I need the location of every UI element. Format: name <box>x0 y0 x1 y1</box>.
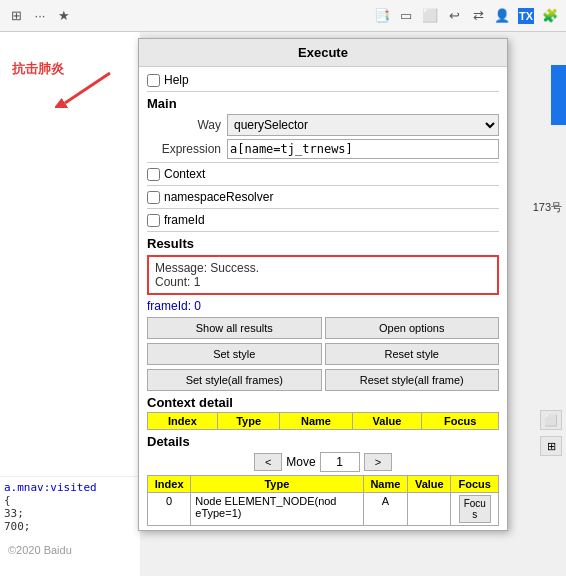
main-section-label: Main <box>147 96 499 111</box>
move-forward-button[interactable]: > <box>364 453 392 471</box>
context-col-index: Index <box>148 413 218 430</box>
namespace-resolver-label: namespaceResolver <box>164 190 273 204</box>
reset-style-all-button[interactable]: Reset style(all frame) <box>325 369 500 391</box>
divider-3 <box>147 185 499 186</box>
browser-toolbar: ⊞ ··· ★ 📑 ▭ ⬜ ↩ ⇄ 👤 TX 🧩 <box>0 0 566 32</box>
tab-icon[interactable]: ⬜ <box>422 8 438 24</box>
frameid-checkbox[interactable] <box>147 214 160 227</box>
way-label: Way <box>147 118 227 132</box>
details-cell-type: Node ELEMENT_NODE(nodeType=1) <box>191 493 363 526</box>
expression-label: Expression <box>147 142 227 156</box>
details-cell-index: 0 <box>148 493 191 526</box>
tx-icon[interactable]: TX <box>518 8 534 24</box>
bookmark-icon[interactable]: 📑 <box>374 8 390 24</box>
context-col-name: Name <box>280 413 352 430</box>
move-label: Move <box>286 455 315 469</box>
set-style-all-button[interactable]: Set style(all frames) <box>147 369 322 391</box>
open-options-button[interactable]: Open options <box>325 317 500 339</box>
details-col-name: Name <box>363 476 408 493</box>
results-message: Message: Success. <box>155 261 491 275</box>
table-row: 0 Node ELEMENT_NODE(nodeType=1) A Focus <box>148 493 499 526</box>
right-blue-bar <box>551 65 566 125</box>
namespace-resolver-checkbox[interactable] <box>147 191 160 204</box>
code-line-1: a.mnav:visited <box>4 481 97 494</box>
details-col-focus: Focus <box>451 476 499 493</box>
context-col-type: Type <box>217 413 280 430</box>
expression-input[interactable] <box>227 139 499 159</box>
reading-icon[interactable]: ▭ <box>398 8 414 24</box>
way-row: Way querySelectorquerySelectorAllxpath <box>147 114 499 136</box>
context-label: Context <box>164 167 205 181</box>
star-icon[interactable]: ★ <box>56 8 72 24</box>
grid-icon[interactable]: ⊞ <box>8 8 24 24</box>
svg-line-1 <box>65 73 110 103</box>
code-line-3: 33; <box>4 507 24 520</box>
help-row: Help <box>147 71 499 89</box>
dialog-body: Help Main Way querySelectorquerySelector… <box>139 67 507 530</box>
details-label: Details <box>147 434 499 449</box>
right-icon-1[interactable]: ⬜ <box>540 410 562 430</box>
namespace-resolver-row: namespaceResolver <box>147 188 499 206</box>
execute-dialog: Execute Help Main Way querySelectorquery… <box>138 38 508 531</box>
button-grid-2: Set style Reset style <box>147 343 499 365</box>
context-checkbox[interactable] <box>147 168 160 181</box>
copyright-text: ©2020 Baidu <box>8 544 72 556</box>
more-icon[interactable]: ··· <box>32 8 48 24</box>
red-arrow-icon <box>55 68 115 108</box>
code-line-2: { <box>4 494 11 507</box>
expression-row: Expression <box>147 139 499 159</box>
back-icon[interactable]: ↩ <box>446 8 462 24</box>
help-label: Help <box>164 73 189 87</box>
divider-5 <box>147 231 499 232</box>
context-col-focus: Focus <box>422 413 499 430</box>
button-grid-1: Show all results Open options <box>147 317 499 339</box>
show-all-results-button[interactable]: Show all results <box>147 317 322 339</box>
results-box: Message: Success. Count: 1 <box>147 255 499 295</box>
extension-icon[interactable]: 🧩 <box>542 8 558 24</box>
profile-icon[interactable]: 👤 <box>494 8 510 24</box>
frameid-value: frameId: 0 <box>147 299 499 313</box>
forward-icon[interactable]: ⇄ <box>470 8 486 24</box>
context-col-value: Value <box>352 413 422 430</box>
right-icons-panel: ⬜ ⊞ <box>540 410 562 456</box>
context-detail-table: Index Type Name Value Focus <box>147 412 499 430</box>
results-section-label: Results <box>147 236 499 251</box>
move-input[interactable] <box>320 452 360 472</box>
code-line-4: 700; <box>4 520 31 533</box>
right-page-number: 173号 <box>533 200 562 215</box>
divider-4 <box>147 208 499 209</box>
context-row: Context <box>147 165 499 183</box>
right-icon-2[interactable]: ⊞ <box>540 436 562 456</box>
details-cell-name: A <box>363 493 408 526</box>
divider-2 <box>147 162 499 163</box>
reset-style-button[interactable]: Reset style <box>325 343 500 365</box>
frameid-label: frameId <box>164 213 205 227</box>
way-select[interactable]: querySelectorquerySelectorAllxpath <box>227 114 499 136</box>
focus-button[interactable]: Focus <box>459 495 491 523</box>
details-cell-focus: Focus <box>451 493 499 526</box>
button-grid-3: Set style(all frames) Reset style(all fr… <box>147 369 499 391</box>
details-col-value: Value <box>408 476 451 493</box>
details-cell-value <box>408 493 451 526</box>
help-checkbox[interactable] <box>147 74 160 87</box>
details-table: Index Type Name Value Focus 0 Node ELEME… <box>147 475 499 526</box>
divider-1 <box>147 91 499 92</box>
context-detail-label: Context detail <box>147 395 499 410</box>
move-row: < Move > <box>147 452 499 472</box>
details-col-type: Type <box>191 476 363 493</box>
set-style-button[interactable]: Set style <box>147 343 322 365</box>
results-count: Count: 1 <box>155 275 491 289</box>
code-area: a.mnav:visited { 33; 700; <box>0 476 138 576</box>
move-back-button[interactable]: < <box>254 453 282 471</box>
frameid-row: frameId <box>147 211 499 229</box>
dialog-title: Execute <box>139 39 507 67</box>
details-col-index: Index <box>148 476 191 493</box>
